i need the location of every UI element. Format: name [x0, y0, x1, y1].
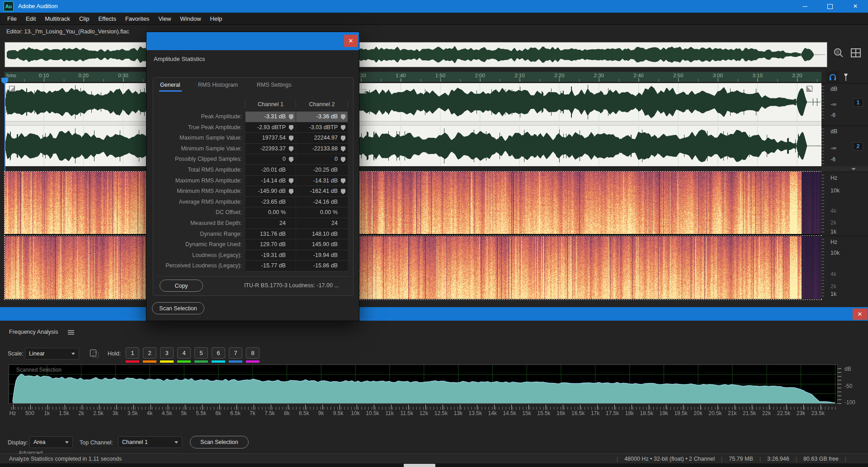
tab-rms-settings[interactable]: RMS Settings	[257, 82, 291, 88]
tab-rms-histogram[interactable]: RMS Histogram	[198, 82, 238, 88]
focused-panel-bar[interactable]	[0, 307, 868, 321]
waveform-channel-2[interactable]	[5, 126, 821, 166]
spectrogram-channel-2[interactable]	[5, 236, 821, 299]
locate-pin-icon[interactable]	[289, 178, 293, 184]
locate-pin-icon[interactable]	[341, 146, 345, 152]
hold-button-6[interactable]: 6	[212, 347, 225, 359]
maximize-button[interactable]	[817, 0, 843, 13]
stat-value[interactable]: -20.01 dB	[245, 165, 296, 176]
frequency-scale[interactable]: Hz10k4k2k1k	[821, 172, 868, 234]
hold-button-1[interactable]: 1	[126, 347, 139, 359]
stat-value[interactable]: 0	[296, 154, 348, 165]
spectral-display[interactable]	[4, 171, 822, 300]
locate-pin-icon[interactable]	[341, 189, 345, 194]
locate-pin-icon[interactable]	[341, 125, 345, 131]
stat-value[interactable]: -19.94 dB	[296, 250, 348, 261]
stat-value[interactable]: 0	[245, 154, 296, 165]
stat-value[interactable]: -3.03 dBTP	[296, 122, 348, 133]
copy-button[interactable]: Copy	[160, 280, 203, 292]
hold-button-5[interactable]: 5	[194, 347, 208, 359]
locate-pin-icon[interactable]	[341, 178, 345, 184]
locate-pin-icon[interactable]	[289, 146, 293, 152]
stat-row[interactable]: Dynamic Range:131.76 dB148.10 dB	[153, 229, 353, 240]
stat-value[interactable]: -15.77 dB	[245, 261, 296, 271]
stat-value[interactable]: -2.93 dBTP	[245, 122, 296, 133]
stat-row[interactable]: Maximum RMS Amplitude:-14.14 dB-14.31 dB	[153, 176, 353, 187]
waveform-channel-1[interactable]	[5, 83, 821, 121]
hold-button-8[interactable]: 8	[246, 347, 259, 359]
menu-window[interactable]: Window	[175, 13, 205, 25]
panel-close-icon[interactable]: ✕	[853, 308, 867, 320]
stat-value[interactable]: -22393.37	[245, 144, 296, 154]
menu-edit[interactable]: Edit	[21, 13, 40, 25]
stat-value[interactable]: 145.90 dB	[296, 239, 348, 250]
menu-file[interactable]: File	[3, 13, 21, 25]
waveform-overview[interactable]	[5, 42, 827, 67]
stat-value[interactable]: -162.41 dB	[296, 186, 348, 197]
menu-favorites[interactable]: Favorites	[121, 13, 154, 25]
stat-value[interactable]: 131.76 dB	[245, 229, 296, 240]
locate-pin-icon[interactable]	[341, 157, 345, 162]
stat-value[interactable]: 24	[296, 218, 348, 229]
stat-row[interactable]: Peak Amplitude:-3.31 dB-3.36 dB	[153, 112, 353, 122]
channel-divider[interactable]	[5, 121, 821, 126]
menu-multitrack[interactable]: Multitrack	[40, 13, 75, 25]
stat-value[interactable]: 19737.54	[245, 133, 296, 144]
stat-value[interactable]: -23.65 dB	[245, 197, 296, 208]
selection-handle-right[interactable]	[807, 86, 812, 92]
stat-value[interactable]: -22133.88	[296, 144, 348, 154]
amplitude-scale[interactable]: dB-∞-62	[821, 126, 868, 166]
stat-row[interactable]: Loudness (Legacy):-19.31 dB-19.94 dB	[153, 250, 353, 261]
editor-tab[interactable]: Editor: 13._I'm_Losing_You_(Radio_Versio…	[6, 28, 129, 35]
locate-pin-icon[interactable]	[341, 114, 345, 120]
stat-value[interactable]: -19.31 dB	[245, 250, 296, 261]
panel-menu-icon[interactable]	[68, 330, 74, 335]
zoom-tool-icon[interactable]	[833, 47, 844, 59]
display-dropdown[interactable]: Area	[29, 436, 73, 448]
hold-button-3[interactable]: 3	[160, 347, 174, 359]
stat-value[interactable]: -24.16 dB	[296, 197, 348, 208]
advanced-label[interactable]: Advanced	[19, 450, 73, 453]
stat-value[interactable]: 24	[245, 218, 296, 229]
scan-selection-button[interactable]: Scan Selection	[152, 302, 204, 314]
locate-pin-icon[interactable]	[289, 135, 293, 141]
stat-row[interactable]: Maximum Sample Value:19737.5422244.97	[153, 133, 353, 144]
layout-grid-icon[interactable]	[850, 47, 862, 59]
stat-value[interactable]: -20.25 dB	[296, 165, 348, 176]
locate-pin-icon[interactable]	[289, 114, 293, 120]
close-button[interactable]: ×	[843, 0, 868, 13]
stat-value[interactable]: 129.70 dB	[245, 239, 296, 250]
frequency-scale[interactable]: Hz10k4k2k1k	[821, 236, 868, 299]
snapshot-icon[interactable]	[89, 348, 100, 360]
pin-marker-icon[interactable]	[841, 71, 850, 83]
locate-pin-icon[interactable]	[341, 135, 345, 141]
stat-row[interactable]: DC Offset:0.00 %0.00 %	[153, 207, 353, 218]
stat-value[interactable]: -3.31 dB	[245, 112, 296, 122]
stat-row[interactable]: Minimum Sample Value:-22393.37-22133.88	[153, 144, 353, 154]
stat-row[interactable]: True Peak Amplitude:-2.93 dBTP-3.03 dBTP	[153, 122, 353, 133]
panel-splitter-arrow-icon[interactable]	[821, 166, 868, 172]
minimize-button[interactable]	[792, 0, 817, 13]
stat-value[interactable]: 148.10 dB	[296, 229, 348, 240]
top-channel-dropdown[interactable]: Channel 1	[118, 436, 182, 448]
dialog-title-bar[interactable]	[146, 32, 359, 50]
menu-view[interactable]: View	[154, 13, 175, 25]
channel-badge[interactable]: 2	[853, 142, 863, 150]
menu-help[interactable]: Help	[206, 13, 227, 25]
scan-selection-button[interactable]: Scan Selection	[190, 436, 249, 448]
locate-pin-icon[interactable]	[289, 125, 293, 131]
stat-row[interactable]: Total RMS Amplitude:-20.01 dB-20.25 dB	[153, 165, 353, 176]
hold-button-4[interactable]: 4	[177, 347, 191, 359]
stat-row[interactable]: Measured Bit Depth:2424	[153, 218, 353, 229]
scale-dropdown[interactable]: Linear	[25, 348, 79, 360]
stat-value[interactable]: 0.00 %	[245, 207, 296, 218]
hold-button-7[interactable]: 7	[229, 347, 242, 359]
locate-pin-icon[interactable]	[289, 189, 293, 194]
stat-value[interactable]: -145.90 dB	[245, 186, 296, 197]
frequency-plot[interactable]	[9, 365, 837, 403]
stat-row[interactable]: Perceived Loudness (Legacy):-15.77 dB-15…	[153, 261, 353, 271]
dialog-close-icon[interactable]: ✕	[344, 35, 358, 47]
panel-menu-icon[interactable]	[360, 89, 367, 93]
stat-value[interactable]: -15.86 dB	[296, 261, 348, 271]
stat-value[interactable]: -14.14 dB	[245, 176, 296, 187]
